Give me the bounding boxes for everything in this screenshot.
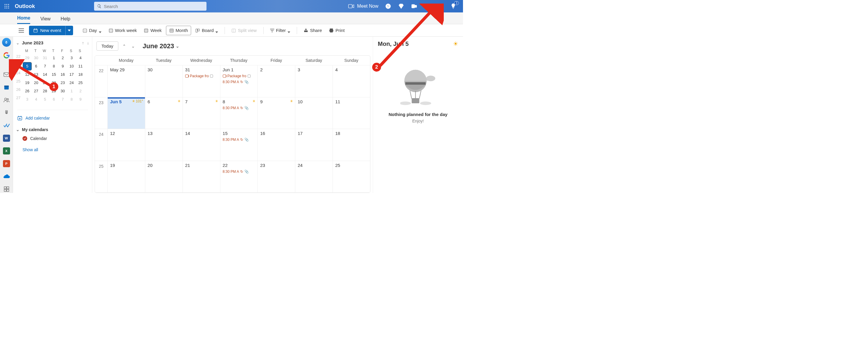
rail-calendar-icon[interactable] (2, 83, 11, 91)
teams-icon[interactable] (411, 3, 417, 9)
mini-day-cell[interactable]: 12 (23, 71, 31, 79)
mini-day-cell[interactable]: 8 (50, 62, 58, 70)
rail-mail-icon[interactable] (2, 70, 11, 79)
mini-day-cell[interactable]: 10 (67, 62, 76, 70)
mini-day-cell[interactable]: 3 (67, 54, 76, 62)
day-cell[interactable]: 30 (145, 65, 183, 97)
day-cell[interactable]: 21 (183, 161, 220, 192)
day-cell[interactable]: 158:30 PM A↻📎 (220, 129, 258, 161)
day-cell[interactable]: 20 (145, 161, 183, 192)
view-workweek-button[interactable]: Work week (105, 26, 140, 35)
mini-month-title[interactable]: June 2023 (22, 40, 43, 45)
day-cell[interactable]: 8☀8:30 PM A↻📎 (220, 97, 258, 129)
mini-day-cell[interactable]: 24 (67, 79, 76, 87)
mini-day-cell[interactable]: 17 (67, 71, 76, 79)
rail-todo-icon[interactable] (2, 121, 11, 129)
mini-day-cell[interactable]: 16 (59, 71, 67, 79)
mini-day-cell[interactable]: 29 (23, 54, 31, 62)
mini-day-cell[interactable]: 11 (76, 62, 85, 70)
day-cell[interactable]: 4 (333, 65, 370, 97)
day-cell[interactable]: 19 (107, 161, 145, 192)
show-all-button[interactable]: Show all (23, 147, 89, 152)
day-cell[interactable]: 24 (295, 161, 333, 192)
meet-now-button[interactable]: Meet Now (348, 4, 378, 9)
search-input[interactable] (104, 4, 204, 9)
rail-google-icon[interactable] (2, 52, 11, 59)
tab-home[interactable]: Home (17, 16, 30, 24)
calendar-event[interactable]: 8:30 PM A↻📎 (223, 170, 256, 174)
view-day-button[interactable]: 1Day (80, 26, 104, 35)
calendar-item[interactable]: Calendar (23, 136, 89, 141)
mini-prev-month[interactable]: ↑ (82, 40, 84, 45)
mini-day-cell[interactable]: 5 (23, 62, 31, 70)
day-cell[interactable]: 25 (333, 161, 370, 192)
new-event-chevron[interactable] (65, 26, 73, 35)
mini-day-cell[interactable]: 22 (50, 79, 58, 87)
settings-icon[interactable] (437, 3, 443, 9)
mini-day-cell[interactable]: 13 (32, 71, 40, 79)
mini-day-cell[interactable]: 7 (41, 62, 49, 70)
add-calendar-button[interactable]: Add calendar (17, 110, 88, 121)
tab-view[interactable]: View (40, 16, 50, 24)
search-box[interactable] (94, 2, 207, 11)
mini-day-cell[interactable]: 5 (41, 96, 49, 103)
tasks-icon[interactable] (424, 3, 430, 9)
hamburger-icon[interactable] (17, 26, 26, 35)
mini-day-cell[interactable]: 25 (76, 79, 85, 87)
mini-day-cell[interactable]: 21 (41, 79, 49, 87)
my-calendars-header[interactable]: ⌄My calendars (16, 127, 89, 132)
tab-help[interactable]: Help (61, 16, 70, 24)
view-board-button[interactable]: Board (192, 26, 221, 35)
rail-files-icon[interactable] (2, 109, 11, 117)
mini-day-cell[interactable]: 2 (76, 87, 85, 95)
calendar-event[interactable]: Package fro (185, 74, 218, 78)
new-event-button[interactable]: New event (29, 26, 73, 35)
rail-onedrive-icon[interactable] (2, 172, 11, 180)
mini-day-cell[interactable]: 14 (41, 71, 49, 79)
mini-day-cell[interactable]: 20 (32, 79, 40, 87)
prev-period-button[interactable]: ⌃ (121, 42, 127, 50)
mini-day-cell[interactable]: 26 (23, 87, 31, 95)
mini-day-cell[interactable]: 27 (32, 87, 40, 95)
rail-excel-icon[interactable]: X (2, 147, 11, 155)
mini-day-cell[interactable]: 18 (76, 71, 85, 79)
today-button[interactable]: Today (96, 41, 118, 51)
rail-powerpoint-icon[interactable]: P (2, 159, 11, 168)
mini-day-cell[interactable]: 30 (32, 54, 40, 62)
day-cell[interactable]: 13 (145, 129, 183, 161)
view-week-button[interactable]: Week (141, 26, 164, 35)
rail-more-apps-icon[interactable] (2, 185, 11, 193)
mini-day-cell[interactable]: 2 (59, 54, 67, 62)
day-cell[interactable]: 23 (257, 161, 295, 192)
day-cell[interactable]: 6☀ (145, 97, 183, 129)
mini-day-cell[interactable]: 9 (59, 62, 67, 70)
mini-day-cell[interactable]: 29 (50, 87, 58, 95)
day-cell[interactable]: 9☀ (257, 97, 295, 129)
chevron-down-icon[interactable]: ⌄ (16, 40, 20, 45)
rail-outlook-icon[interactable]: o⃗ (2, 38, 11, 47)
skype-icon[interactable]: S (385, 3, 392, 9)
day-cell[interactable]: 2 (257, 65, 295, 97)
rail-word-icon[interactable]: W (2, 134, 11, 142)
calendar-event[interactable]: Package fro (223, 74, 256, 78)
mini-day-cell[interactable]: 31 (41, 54, 49, 62)
day-cell[interactable]: 16 (257, 129, 295, 161)
mini-day-cell[interactable]: 23 (59, 79, 67, 87)
mini-day-cell[interactable]: 7 (59, 96, 67, 103)
mini-day-cell[interactable]: 15 (50, 71, 58, 79)
mini-day-cell[interactable]: 4 (76, 54, 85, 62)
mini-day-cell[interactable]: 1 (50, 54, 58, 62)
day-cell[interactable]: 14 (183, 129, 220, 161)
day-cell[interactable]: 228:30 PM A↻📎 (220, 161, 258, 192)
mini-day-cell[interactable]: 28 (41, 87, 49, 95)
print-button[interactable]: Print (326, 26, 348, 35)
share-button[interactable]: Share (301, 26, 325, 35)
mini-day-cell[interactable]: 9 (76, 96, 85, 103)
day-cell[interactable]: 10 (295, 97, 333, 129)
mini-day-cell[interactable]: 3 (23, 96, 31, 103)
premium-icon[interactable] (398, 3, 404, 9)
calendar-event[interactable]: 8:30 PM A↻📎 (223, 106, 256, 110)
day-cell[interactable]: 3 (295, 65, 333, 97)
day-cell[interactable]: May 29 (107, 65, 145, 97)
mini-day-cell[interactable]: 30 (59, 87, 67, 95)
